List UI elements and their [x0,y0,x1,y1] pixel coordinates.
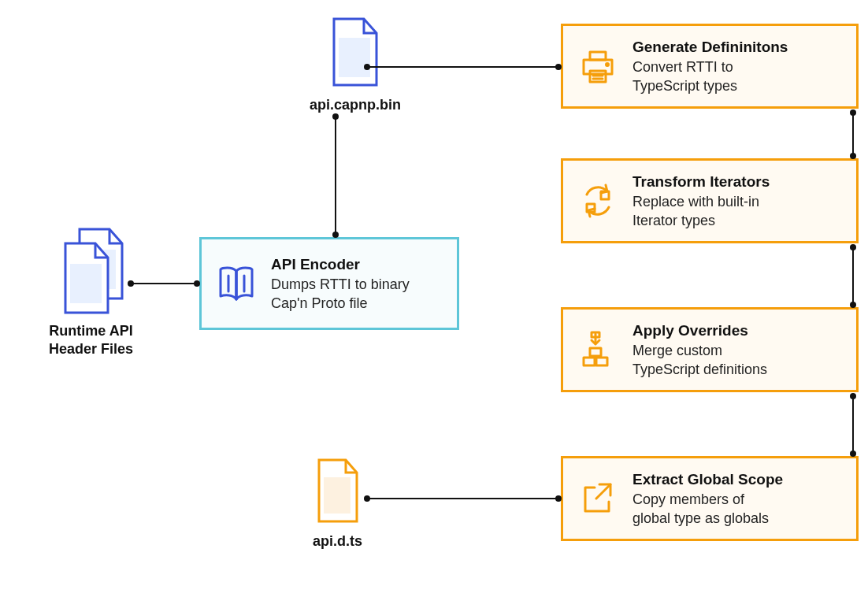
box-title: Apply Overrides [632,321,842,341]
connector-dot [850,302,856,308]
node-api-d-ts: api.d.ts [313,457,362,551]
box-desc: Dumps RTTI to binary Cap'n Proto file [271,275,443,313]
svg-rect-1 [70,264,102,303]
node-runtime-api: Runtime API Header Files [49,226,133,359]
connector [131,283,197,284]
connector-dot [332,232,339,238]
box-desc: Replace with built-in Iterator types [632,192,842,231]
connector [852,396,854,454]
box-title: Transform Iterators [632,172,842,192]
file-icon [329,16,381,88]
file-orange-icon [314,457,362,525]
connector [367,66,558,68]
box-transform: Transform Iterators Replace with built-i… [561,158,859,243]
connector-dot [850,451,856,457]
connector [367,498,558,499]
connector-dot [850,109,856,116]
box-extract: Extract Global Scope Copy members of glo… [561,456,859,541]
box-desc: Copy members of global type as globals [632,490,842,528]
connector-dot [364,495,370,502]
svg-rect-9 [587,204,595,212]
box-title: Generate Defininitons [632,37,842,57]
connector-dot [555,495,562,502]
node-label: api.capnp.bin [310,96,401,114]
box-desc: Merge custom TypeScript definitions [632,341,842,380]
connector-dot [194,280,200,287]
files-icon [56,226,127,314]
box-title: API Encoder [271,254,443,275]
node-label: Runtime API Header Files [49,322,133,359]
connector [852,113,854,156]
sort-icon [577,329,618,370]
node-capnp-bin: api.capnp.bin [310,16,401,114]
book-icon [216,263,257,304]
box-desc: Convert RTTI to TypeScript types [632,57,842,96]
connector [335,117,336,235]
connector-dot [850,393,856,399]
box-text: API Encoder Dumps RTTI to binary Cap'n P… [271,254,443,313]
connector [852,247,854,305]
connector-dot [332,113,339,120]
svg-rect-13 [590,348,601,356]
svg-rect-12 [596,358,607,365]
box-generate: Generate Defininitons Convert RTTI to Ty… [561,24,859,109]
box-text: Generate Defininitons Convert RTTI to Ty… [632,37,842,95]
box-overrides: Apply Overrides Merge custom TypeScript … [561,307,859,392]
connector-dot [555,64,562,70]
external-icon [577,478,618,519]
svg-point-8 [606,64,609,66]
connector-dot [850,153,856,159]
connector-dot [128,280,134,287]
svg-rect-11 [584,358,595,365]
box-title: Extract Global Scope [632,469,842,490]
connector-dot [850,244,856,250]
cycle-icon [577,180,618,221]
connector-dot [364,64,370,70]
svg-rect-10 [601,191,609,199]
svg-rect-15 [324,477,351,514]
box-text: Apply Overrides Merge custom TypeScript … [632,321,842,379]
box-api-encoder: API Encoder Dumps RTTI to binary Cap'n P… [199,237,459,330]
box-text: Extract Global Scope Copy members of glo… [632,469,842,528]
box-text: Transform Iterators Replace with built-i… [632,172,842,230]
node-label: api.d.ts [313,532,362,551]
svg-rect-4 [590,52,606,60]
printer-icon [577,46,618,87]
svg-rect-2 [339,38,370,77]
